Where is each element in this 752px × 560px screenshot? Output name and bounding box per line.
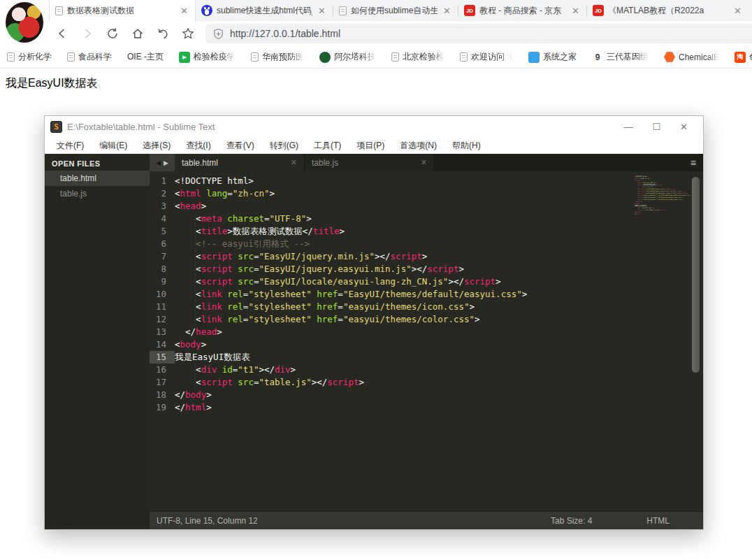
bookmark-label: ChemicalB [679,52,719,62]
browser-tab[interactable]: 数据表格测试数据✕ [49,0,196,21]
bookmark-item[interactable]: 9三代基因组 [592,51,649,63]
tab-close-icon[interactable]: ✕ [179,6,189,15]
page-favicon-icon [7,52,15,62]
line-number: 2 [150,187,175,200]
menu-item[interactable]: 查找(I) [180,138,217,154]
bookmark-label: 分析化学 [18,51,52,63]
code-line: 12 <link rel="stylesheet" href="easyui/t… [150,313,703,326]
close-icon[interactable]: ✕ [680,122,688,132]
code-editor[interactable]: 1<!DOCTYPE html>2<html lang="zh-cn">3<he… [150,171,703,511]
bookmark-label: 华南预防医 [262,51,304,63]
bookmark-item[interactable]: 系统之家 [528,51,577,63]
favorite-star-icon[interactable] [180,26,196,41]
code-text: <title>数据表格测试数据</title> [175,225,703,238]
forward-icon[interactable] [80,26,95,41]
shield-icon[interactable] [212,28,224,40]
code-text: <div id="t1"></div> [175,364,703,376]
menu-item[interactable]: 文件(F) [50,138,90,154]
menu-item[interactable]: 查看(V) [220,138,261,154]
browser-tab[interactable]: 如何使用sublime自动生成h✕ [333,0,458,21]
browser-tab[interactable]: sublime快速生成html代码_✕ [196,0,333,21]
bookmark-label: 色谱耗材-海 [749,51,752,63]
menu-item[interactable]: 编辑(E) [93,138,133,154]
bookmark-item[interactable]: ChemicalB [664,52,719,63]
sublime-body: OPEN FILES table.htmltable.js ◀ ▶ table.… [45,154,703,529]
editor-tab-close-icon[interactable]: ✕ [421,158,427,167]
refresh-icon[interactable] [105,26,120,41]
tab-close-icon[interactable]: ✕ [317,6,327,15]
taobao-favicon-icon: 淘 [735,52,746,63]
bookmark-item[interactable]: 北京检验检 [391,51,444,63]
bookmark-item[interactable]: 阿尔塔科技 [319,51,376,63]
undo-icon[interactable] [155,26,171,41]
menu-item[interactable]: 首选项(N) [393,138,443,154]
bookmark-item[interactable]: 分析化学 [7,51,52,63]
bookmark-item[interactable]: ▶检验检疫学 [179,51,236,63]
menu-item[interactable]: 项目(P) [350,138,391,154]
open-file-item[interactable]: table.js [45,186,150,201]
menu-item[interactable]: 工具(T) [308,138,347,154]
code-line: 8 <script src="EasyUI/jquery.easyui.min.… [150,263,703,275]
cursor-position-status[interactable]: UTF-8, Line 15, Column 12 [157,516,551,526]
sublime-titlebar[interactable]: S E:\Foxtable\table.html - Sublime Text … [45,116,703,137]
code-line: 10 <link rel="stylesheet" href="EasyUI/t… [150,288,703,301]
code-line: 4 <meta charset="UTF-8"> [150,213,703,225]
line-number: 10 [150,288,175,301]
browser-tabs-container: 数据表格测试数据✕sublime快速生成html代码_✕如何使用sublime自… [49,0,752,21]
code-text: </head> [175,326,703,338]
browser-navbar: http://127.0.0.1/table.html [0,21,752,46]
code-line: 16 <div id="t1"></div> [150,364,703,376]
minimap[interactable]: <!DOCTYPE html><html lang="zh-cn"><head>… [635,175,685,215]
bookmark-item[interactable]: 食品科学 [67,51,112,63]
code-text: <script src="EasyUI/jquery.easyui.min.js… [175,263,703,275]
maximize-icon[interactable]: ☐ [652,122,660,132]
tab-overflow-icon[interactable]: ≡ [684,154,703,171]
open-file-item[interactable]: table.html [45,171,150,186]
browser-logo[interactable] [6,2,43,43]
menu-item[interactable]: 转到(G) [263,138,305,154]
browser-tab[interactable]: JD教程 - 商品搜索 - 京东✕ [458,0,586,21]
address-bar[interactable]: http://127.0.0.1/table.html [205,24,752,43]
line-number: 18 [150,389,175,401]
page-favicon-icon [460,52,468,62]
tab-scroll-left-icon[interactable]: ◀ [156,159,161,166]
line-number: 16 [150,364,175,376]
page-favicon-icon [391,52,399,62]
editor-tab[interactable]: table.html✕ [175,154,305,171]
editor-tab-close-icon[interactable]: ✕ [291,158,297,167]
browser-tab-strip: 数据表格测试数据✕sublime快速生成html代码_✕如何使用sublime自… [0,0,752,21]
bookmark-item[interactable]: 淘色谱耗材-海 [735,51,752,63]
code-text: </html> [175,401,703,414]
url-text[interactable]: http://127.0.0.1/table.html [230,28,340,39]
bookmark-label: 阿尔塔科技 [334,51,376,63]
code-line: 19</html> [150,401,703,414]
bookmark-item[interactable]: 欢迎访问《 [460,51,513,63]
browser-tab[interactable]: JD《MATLAB教程（R2022a✕ [587,0,749,21]
browser-tab-title: sublime快速生成html代码_ [217,5,312,17]
tab-close-icon[interactable]: ✕ [442,6,452,15]
back-icon[interactable] [55,26,70,41]
bookmarks-bar: 分析化学食品科学OIE -主页▶检验检疫学华南预防医阿尔塔科技北京检验检欢迎访问… [0,46,752,69]
bookmark-label: OIE -主页 [127,51,164,63]
editor-tab[interactable]: table.js✕ [305,154,435,171]
minimize-icon[interactable]: — [623,122,632,132]
bookmark-label: 检验检疫学 [194,51,236,63]
editor-scrollbar[interactable] [692,177,700,373]
code-line: 13 </head> [150,326,703,338]
tab-scroll-right-icon[interactable]: ▶ [164,159,168,166]
menu-item[interactable]: 选择(S) [136,138,177,154]
editor-tab-name: table.js [312,158,415,168]
home-icon[interactable] [130,26,145,41]
code-area: 1<!DOCTYPE html>2<html lang="zh-cn">3<he… [150,175,703,414]
code-line: 7 <script src="EasyUI/jquery.min.js"></s… [150,250,703,263]
code-line: 1<!DOCTYPE html> [150,175,703,187]
syntax-status[interactable]: HTML [646,516,670,526]
menu-item[interactable]: 帮助(H) [446,138,487,154]
line-number: 9 [150,275,175,288]
tab-size-status[interactable]: Tab Size: 4 [551,516,592,526]
tab-close-icon[interactable]: ✕ [732,6,743,15]
bookmark-item[interactable]: 华南预防医 [251,51,304,63]
sublime-statusbar: UTF-8, Line 15, Column 12 Tab Size: 4 HT… [150,511,703,529]
bookmark-item[interactable]: OIE -主页 [127,51,164,63]
tab-close-icon[interactable]: ✕ [570,6,581,15]
